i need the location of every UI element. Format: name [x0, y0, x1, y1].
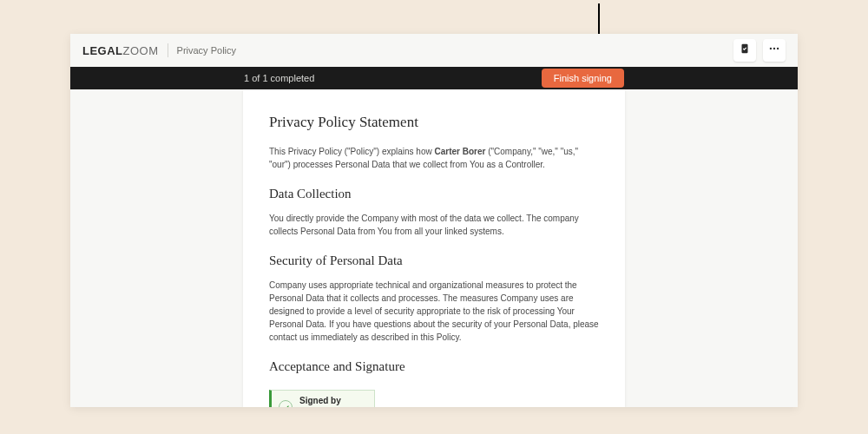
app-window: LEGALZOOM Privacy Policy 1 of 1 complete… [70, 34, 798, 407]
brand-logo: LEGALZOOM [82, 44, 159, 57]
doc-paragraph-data-collection: You directly provide the Company with mo… [269, 212, 599, 238]
svg-point-5 [777, 48, 779, 49]
signed-by-label: Signed by [299, 396, 358, 405]
topbar: LEGALZOOM Privacy Policy [70, 34, 798, 67]
completion-status: 1 of 1 completed [244, 73, 314, 83]
clipboard-button[interactable] [733, 39, 756, 62]
svg-point-3 [770, 48, 772, 49]
finish-signing-button[interactable]: Finish signing [542, 69, 624, 88]
svg-point-4 [773, 48, 775, 49]
doc-intro-paragraph: This Privacy Policy ("Policy") explains … [269, 145, 599, 171]
doc-heading-security: Security of Personal Data [269, 253, 599, 268]
clipboard-check-icon [739, 43, 751, 58]
more-menu-button[interactable] [763, 39, 786, 62]
status-bar: 1 of 1 completed Finish signing [70, 67, 798, 89]
breadcrumb: Privacy Policy [177, 45, 236, 56]
signature-block[interactable]: Signed by Richard Shaw [269, 390, 375, 407]
logo-main: LEGAL [82, 44, 123, 57]
document-area: Privacy Policy Statement This Privacy Po… [70, 89, 798, 407]
doc-title: Privacy Policy Statement [269, 114, 599, 131]
doc-heading-data-collection: Data Collection [269, 187, 599, 201]
check-circle-icon [279, 400, 293, 407]
doc-paragraph-security: Company uses appropriate technical and o… [269, 279, 599, 344]
signer-name: Richard Shaw [299, 405, 358, 407]
topbar-divider [168, 43, 168, 57]
logo-sub: ZOOM [123, 44, 159, 57]
doc-heading-acceptance: Acceptance and Signature [269, 359, 599, 374]
document-page: Privacy Policy Statement This Privacy Po… [243, 89, 625, 407]
ellipsis-icon [768, 43, 780, 58]
